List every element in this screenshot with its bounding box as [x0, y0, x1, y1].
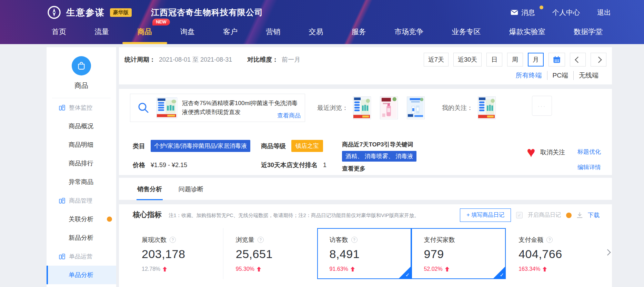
metric-card-pageviews[interactable]: 浏览量 ? 25,651 95.30%: [223, 228, 317, 279]
product-meta-col3: 商品近7天TOP3引导关键词 酒精、 消毒喷雾、 消毒液 查看更多: [342, 141, 416, 173]
category-tag: 个护/家清/消毒抑菌用品/家居消毒液: [151, 140, 250, 152]
product-meta-col1: 类目 个护/家清/消毒抑菌用品/家居消毒液 价格 ¥1.59 - ¥2.15: [133, 140, 250, 178]
metric-card-payment-amount[interactable]: 支付金额 ? 404,766 163.34%: [506, 228, 600, 279]
chevron-right-icon: [604, 249, 611, 255]
up-arrow-icon: [351, 267, 355, 271]
metric-change: 12.78%: [142, 266, 160, 272]
nav-item-hot-lab[interactable]: 爆款实验室: [509, 27, 545, 37]
corner-check-icon: ✓: [405, 272, 410, 278]
metric-card-visitors[interactable]: 访客数 ? 8,491 91.63% ✓: [317, 228, 412, 279]
period-label: 统计周期：: [124, 55, 155, 64]
sidebar-item-association-analysis[interactable]: 关联分析: [47, 210, 116, 228]
edit-detail-link[interactable]: 编辑详情: [577, 160, 601, 175]
date-range-group: 近7天 近30天 日 周 月: [424, 53, 606, 66]
grade-tag: 镇店之宝: [291, 140, 323, 152]
core-metrics-title: 核心指标: [133, 210, 162, 219]
recent-product-thumbnail[interactable]: [380, 96, 398, 119]
up-arrow-icon: [257, 267, 261, 271]
nav-item-goods[interactable]: 商品 NEW: [138, 27, 152, 37]
sidebar-section-single-goods-operation: 单品运营: [47, 247, 116, 266]
main-nav: 首页 流量 商品 NEW 询盘 客户 营销 交易 服务 市场竞争 业务专区 爆款…: [52, 23, 603, 40]
help-icon[interactable]: ?: [351, 237, 358, 243]
tab-sales-analysis[interactable]: 销售分析: [137, 185, 162, 193]
metric-card-paying-buyers[interactable]: 支付买家数 979 52.02% ✓: [411, 228, 506, 279]
recent-product-thumbnail[interactable]: [407, 96, 425, 119]
range-month-button[interactable]: 月: [528, 53, 544, 66]
ledger-icon: [59, 198, 65, 204]
title-optimize-link[interactable]: 标题优化: [577, 144, 601, 160]
sidebar-item-goods-ranking[interactable]: 商品排行: [47, 154, 116, 173]
nav-item-data-school[interactable]: 数据学堂: [574, 27, 603, 37]
metrics-scroll-right-button[interactable]: [605, 250, 610, 256]
nav-item-inquiry[interactable]: 询盘: [180, 27, 195, 37]
diary-checkbox[interactable]: ✓: [516, 212, 523, 218]
compare-value: 前一月: [282, 55, 300, 64]
nav-item-business-zone[interactable]: 业务专区: [452, 27, 481, 37]
help-icon[interactable]: ?: [258, 237, 264, 243]
module-label: 商品: [47, 81, 116, 90]
ledger-icon: [59, 105, 65, 111]
sidebar: 商品 整体监控 商品概况 商品明细 商品排行 异常商品 商品管理 关联分析 新品…: [47, 47, 116, 287]
terminal-pc[interactable]: PC端: [547, 71, 573, 80]
nav-item-traffic[interactable]: 流量: [94, 27, 109, 37]
up-arrow-icon: [543, 267, 547, 271]
unfollow-button[interactable]: ♥ 取消关注: [527, 146, 565, 158]
app-header: 生意参谋 豪华版 江西冠杏奇生物科技有限公司 消息 个人中心 退出 首页 流量 …: [0, 0, 644, 44]
metric-value: 404,766: [519, 247, 600, 261]
help-icon[interactable]: ?: [546, 237, 553, 243]
download-link[interactable]: 下载: [588, 211, 600, 219]
metric-value: 25,651: [236, 247, 317, 261]
sidebar-item-goods-overview[interactable]: 商品概况: [47, 117, 116, 135]
write-diary-button[interactable]: + 填写商品日记: [460, 208, 511, 222]
diary-toggle-label: 开启商品日记: [528, 212, 561, 219]
product-search-box[interactable]: 冠杏奇75%酒精喷雾100ml抑菌速干免洗消毒液便携式喷剂现货直发 查看商品: [130, 94, 305, 122]
metric-value: 979: [424, 247, 505, 261]
messages-link[interactable]: 消息: [511, 8, 535, 17]
nav-item-service[interactable]: 服务: [352, 27, 366, 37]
logout-link[interactable]: 退出: [597, 8, 611, 17]
up-arrow-icon: [445, 267, 449, 271]
company-name: 江西冠杏奇生物科技有限公司: [151, 7, 263, 18]
terminal-all[interactable]: 所有终端: [511, 71, 547, 80]
more-products-box[interactable]: ···: [532, 96, 552, 116]
download-icon: [577, 212, 583, 218]
sidebar-item-abnormal-goods[interactable]: 异常商品: [47, 173, 116, 191]
metric-change: 52.02%: [424, 266, 442, 272]
metric-card-impressions[interactable]: 展现次数 ? 203,178 12.78%: [129, 228, 223, 279]
nav-item-trade[interactable]: 交易: [309, 27, 323, 37]
next-period-button[interactable]: [591, 53, 606, 66]
sidebar-item-single-goods-analysis[interactable]: 单品分析: [47, 266, 116, 284]
nav-item-market-competition[interactable]: 市场竞争: [394, 27, 423, 37]
help-icon[interactable]: ?: [170, 237, 176, 243]
sidebar-item-goods-detail[interactable]: 商品明细: [47, 135, 116, 154]
view-product-link[interactable]: 查看商品: [277, 112, 301, 120]
tab-problem-diagnosis[interactable]: 问题诊断: [179, 185, 203, 193]
nav-item-home[interactable]: 首页: [52, 27, 66, 37]
prev-period-button[interactable]: [570, 53, 586, 66]
recent-product-thumbnail[interactable]: [353, 96, 371, 119]
terminal-wireless[interactable]: 无线端: [573, 71, 604, 80]
range-week-button[interactable]: 周: [507, 53, 523, 66]
orange-dot-badge: [107, 217, 112, 222]
sidebar-section-monitored-goods: 监控商品: [47, 284, 116, 287]
range-7days-button[interactable]: 近7天: [424, 53, 449, 66]
watched-product-thumbnail[interactable]: [478, 96, 496, 119]
personal-center-link[interactable]: 个人中心: [552, 8, 580, 17]
sidebar-item-new-goods-analysis[interactable]: 新品分析: [47, 228, 116, 247]
range-30days-button[interactable]: 近30天: [453, 53, 482, 66]
chevron-right-icon: [595, 57, 602, 63]
range-day-button[interactable]: 日: [486, 53, 502, 66]
recent-views-label: 最近浏览：: [317, 104, 348, 112]
corner-check-icon: ✓: [500, 272, 504, 278]
view-more-link[interactable]: 查看更多: [342, 165, 416, 173]
metric-change: 91.63%: [330, 266, 348, 272]
nav-item-marketing[interactable]: 营销: [266, 27, 280, 37]
product-thumbnail[interactable]: [157, 98, 177, 118]
search-icon: [137, 102, 150, 114]
module-icon-button[interactable]: [72, 56, 91, 75]
calendar-button[interactable]: [549, 53, 565, 66]
nav-item-customers[interactable]: 客户: [223, 27, 238, 37]
sidebar-section-goods-management: 商品管理: [47, 191, 116, 210]
metric-cards: 展现次数 ? 203,178 12.78% 浏览量 ? 25,651 95.30…: [129, 228, 600, 279]
price-value: ¥1.59 - ¥2.15: [151, 162, 187, 169]
